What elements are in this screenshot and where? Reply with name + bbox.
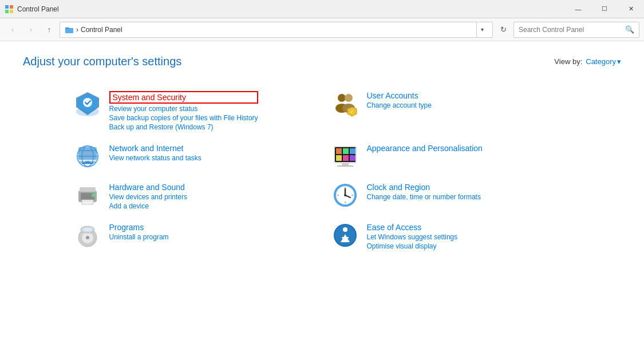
svg-rect-32: [343, 155, 349, 161]
user-accounts-icon: ✓: [331, 90, 359, 117]
svg-rect-30: [350, 148, 355, 154]
network-internet-icon: [74, 143, 101, 170]
main-content: Adjust your computer's settings View by:…: [0, 41, 644, 270]
appearance-text: Appearance and Personalisation: [367, 143, 483, 153]
back-button[interactable]: ‹: [5, 22, 21, 38]
svg-rect-23: [78, 147, 97, 160]
search-bar[interactable]: 🔍: [513, 22, 639, 38]
refresh-button[interactable]: ↻: [495, 22, 511, 38]
svg-point-47: [344, 194, 346, 196]
network-internet-text: Network and Internet View network status…: [109, 143, 202, 162]
breadcrumb-current: Control Panel: [81, 26, 123, 34]
svg-point-59: [343, 227, 347, 232]
page-title: Adjust your computer's settings: [23, 55, 181, 68]
svg-point-54: [86, 236, 89, 239]
user-accounts-link-1[interactable]: Change account type: [367, 101, 432, 109]
minimize-button[interactable]: —: [565, 0, 591, 18]
svg-rect-41: [83, 201, 92, 204]
svg-rect-38: [80, 187, 96, 192]
content-header: Adjust your computer's settings View by:…: [23, 55, 621, 68]
programs-title[interactable]: Programs: [109, 223, 169, 232]
user-accounts-title[interactable]: User Accounts: [367, 91, 432, 100]
system-security-icon: [74, 90, 101, 117]
address-bar[interactable]: › Control Panel ▾: [60, 22, 493, 38]
clock-region-title[interactable]: Clock and Region: [367, 183, 481, 192]
svg-rect-0: [5, 5, 9, 9]
ease-of-access-text: Ease of Access Let Windows suggest setti…: [367, 222, 458, 250]
svg-point-11: [338, 94, 346, 102]
search-input[interactable]: [519, 26, 623, 34]
network-internet-title[interactable]: Network and Internet: [109, 144, 202, 153]
system-security-text: System and Security Review your computer…: [109, 90, 258, 131]
svg-rect-31: [336, 155, 342, 161]
category-system-security: System and Security Review your computer…: [65, 84, 322, 137]
app-icon: [5, 5, 14, 14]
svg-rect-6: [65, 27, 69, 29]
hardware-sound-link-2[interactable]: Add a device: [109, 202, 188, 210]
forward-button[interactable]: ›: [23, 22, 39, 38]
category-user-accounts: ✓ User Accounts Change account type: [322, 84, 580, 137]
close-button[interactable]: ✕: [618, 0, 644, 18]
viewby-control: View by: Category ▾: [554, 57, 621, 66]
viewby-chevron-icon: ▾: [617, 57, 621, 66]
svg-rect-2: [5, 10, 9, 13]
breadcrumb: › Control Panel: [65, 25, 473, 34]
titlebar-controls: — ☐ ✕: [565, 0, 644, 18]
ease-of-access-link-2[interactable]: Optimise visual display: [367, 242, 458, 250]
viewby-label: View by:: [554, 57, 582, 66]
svg-rect-28: [336, 148, 342, 154]
hardware-sound-text: Hardware and Sound View devices and prin…: [109, 182, 188, 210]
ease-of-access-title[interactable]: Ease of Access: [367, 223, 458, 232]
category-programs: Programs Uninstall a program: [65, 216, 322, 256]
category-network-internet: Network and Internet View network status…: [65, 137, 322, 176]
hardware-sound-link-1[interactable]: View devices and printers: [109, 193, 188, 201]
category-appearance: Appearance and Personalisation: [322, 137, 580, 176]
category-hardware-sound: Hardware and Sound View devices and prin…: [65, 176, 322, 216]
appearance-title[interactable]: Appearance and Personalisation: [367, 144, 483, 153]
hardware-sound-title[interactable]: Hardware and Sound: [109, 183, 188, 192]
programs-icon: [74, 222, 101, 249]
category-clock-region: Clock and Region Change date, time or nu…: [322, 176, 580, 216]
svg-rect-3: [10, 10, 13, 13]
search-icon: 🔍: [625, 25, 634, 34]
appearance-icon: [331, 143, 359, 170]
navbar: ‹ › ↑ › Control Panel ▾ ↻ 🔍: [0, 18, 644, 41]
programs-text: Programs Uninstall a program: [109, 222, 169, 241]
system-security-title[interactable]: System and Security: [109, 91, 258, 104]
system-security-link-2[interactable]: Save backup copies of your files with Fi…: [109, 114, 258, 122]
titlebar: Control Panel — ☐ ✕: [0, 0, 644, 18]
network-internet-link-1[interactable]: View network status and tasks: [109, 154, 202, 162]
maximize-button[interactable]: ☐: [591, 0, 618, 18]
viewby-value-text: Category: [586, 57, 616, 66]
svg-point-13: [345, 94, 353, 102]
folder-icon: [65, 25, 74, 34]
svg-text:✓: ✓: [350, 109, 354, 115]
titlebar-title: Control Panel: [17, 5, 59, 13]
system-security-link-1[interactable]: Review your computer status: [109, 105, 258, 113]
programs-link-1[interactable]: Uninstall a program: [109, 233, 169, 241]
svg-point-56: [83, 228, 92, 231]
viewby-dropdown[interactable]: Category ▾: [586, 57, 621, 66]
titlebar-left: Control Panel: [5, 5, 59, 14]
category-ease-of-access: Ease of Access Let Windows suggest setti…: [322, 216, 580, 256]
svg-rect-5: [65, 28, 73, 33]
svg-rect-1: [10, 5, 13, 9]
breadcrumb-separator: ›: [76, 26, 78, 34]
system-security-link-3[interactable]: Back up and Restore (Windows 7): [109, 123, 258, 131]
categories-grid: System and Security Review your computer…: [65, 84, 580, 256]
ease-of-access-link-1[interactable]: Let Windows suggest settings: [367, 233, 458, 241]
clock-region-text: Clock and Region Change date, time or nu…: [367, 182, 481, 201]
svg-rect-33: [350, 155, 355, 161]
clock-region-icon: [331, 182, 359, 209]
svg-point-10: [83, 98, 92, 107]
up-button[interactable]: ↑: [41, 22, 57, 38]
svg-point-40: [92, 194, 95, 197]
user-accounts-text: User Accounts Change account type: [367, 90, 432, 109]
hardware-sound-icon: [74, 182, 101, 209]
svg-rect-29: [343, 148, 349, 154]
address-dropdown-button[interactable]: ▾: [476, 22, 488, 38]
clock-region-link-1[interactable]: Change date, time or number formats: [367, 193, 481, 201]
ease-of-access-icon: [331, 222, 359, 249]
